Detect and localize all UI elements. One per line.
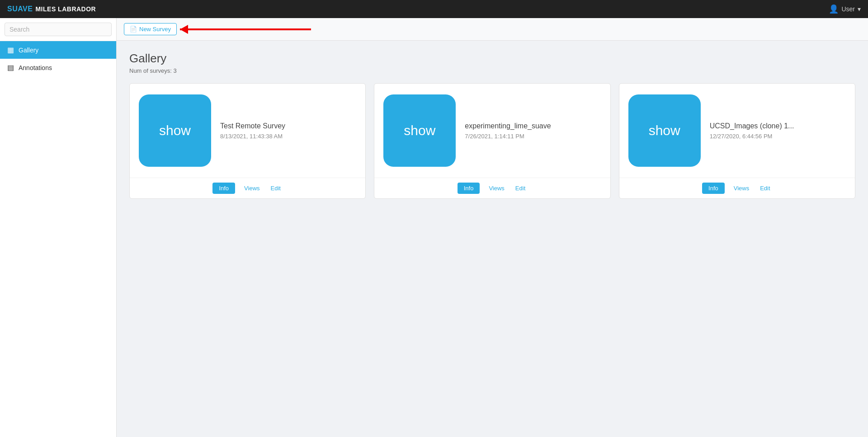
gallery-area: Gallery Num of surveys: 3 show Test Remo…: [117, 41, 868, 437]
sidebar: ▦ Gallery ▤ Annotations: [0, 18, 117, 437]
survey-card-3: show UCSD_Images (clone) 1... 12/27/2020…: [619, 83, 855, 199]
arrow-annotation: 📄 New Survey: [124, 23, 311, 35]
info-button-3[interactable]: Info: [702, 183, 725, 194]
show-thumb-2[interactable]: show: [383, 94, 456, 167]
sidebar-item-gallery[interactable]: ▦ Gallery: [0, 41, 116, 59]
brand-rest: MILES LABRADOR: [35, 5, 96, 13]
survey-name-1: Test Remote Survey: [220, 122, 285, 130]
gallery-icon: ▦: [7, 46, 14, 54]
sidebar-item-annotations[interactable]: ▤ Annotations: [0, 59, 116, 76]
cards-grid: show Test Remote Survey 8/13/2021, 11:43…: [129, 83, 855, 199]
gallery-title: Gallery: [129, 52, 855, 66]
edit-button-1[interactable]: Edit: [269, 183, 283, 194]
user-menu[interactable]: 👤 User ▾: [829, 4, 861, 14]
layout: ▦ Gallery ▤ Annotations 📄 New Survey: [0, 18, 868, 437]
search-container: [0, 18, 116, 41]
card-footer-2: Info Views Edit: [374, 178, 610, 198]
survey-date-1: 8/13/2021, 11:43:38 AM: [220, 133, 285, 140]
survey-card-1: show Test Remote Survey 8/13/2021, 11:43…: [129, 83, 366, 199]
user-dropdown-icon: ▾: [858, 5, 861, 13]
sidebar-item-annotations-label: Annotations: [19, 64, 52, 71]
navbar: SUAVE MILES LABRADOR 👤 User ▾: [0, 0, 868, 18]
views-button-2[interactable]: Views: [487, 183, 506, 194]
survey-card-2: show experimenting_lime_suave 7/26/2021,…: [374, 83, 610, 199]
toolbar: 📄 New Survey: [117, 18, 868, 41]
card-info-1: Test Remote Survey 8/13/2021, 11:43:38 A…: [220, 122, 285, 140]
search-input[interactable]: [5, 23, 112, 36]
show-label-1: show: [159, 123, 191, 138]
red-arrow-annotation: [180, 25, 311, 34]
info-button-2[interactable]: Info: [458, 183, 480, 194]
card-body-1: show Test Remote Survey 8/13/2021, 11:43…: [130, 84, 365, 178]
views-button-1[interactable]: Views: [242, 183, 261, 194]
show-label-3: show: [649, 123, 680, 138]
edit-button-2[interactable]: Edit: [514, 183, 527, 194]
user-label: User: [841, 5, 855, 13]
survey-date-2: 7/26/2021, 1:14:11 PM: [465, 133, 551, 140]
main-content: 📄 New Survey Gallery Num of surveys: 3 s: [117, 18, 868, 437]
brand-suave: SUAVE: [7, 5, 33, 13]
info-button-1[interactable]: Info: [212, 183, 235, 194]
card-body-2: show experimenting_lime_suave 7/26/2021,…: [374, 84, 610, 178]
gallery-subtitle: Num of surveys: 3: [129, 67, 855, 74]
views-button-3[interactable]: Views: [732, 183, 751, 194]
edit-button-3[interactable]: Edit: [758, 183, 772, 194]
card-info-3: UCSD_Images (clone) 1... 12/27/2020, 6:4…: [710, 122, 794, 140]
show-thumb-3[interactable]: show: [628, 94, 701, 167]
sidebar-item-gallery-label: Gallery: [19, 47, 38, 54]
card-footer-1: Info Views Edit: [130, 178, 365, 198]
user-icon: 👤: [829, 4, 839, 14]
arrow-line: [180, 28, 311, 30]
card-info-2: experimenting_lime_suave 7/26/2021, 1:14…: [465, 122, 551, 140]
card-body-3: show UCSD_Images (clone) 1... 12/27/2020…: [619, 84, 855, 178]
survey-date-3: 12/27/2020, 6:44:56 PM: [710, 133, 794, 140]
new-survey-label: New Survey: [139, 26, 171, 33]
brand: SUAVE MILES LABRADOR: [7, 5, 96, 13]
survey-name-2: experimenting_lime_suave: [465, 122, 551, 130]
new-survey-button[interactable]: 📄 New Survey: [124, 23, 177, 35]
show-label-2: show: [404, 123, 435, 138]
new-survey-icon: 📄: [130, 26, 137, 33]
card-footer-3: Info Views Edit: [619, 178, 855, 198]
survey-name-3: UCSD_Images (clone) 1...: [710, 122, 794, 130]
annotations-icon: ▤: [7, 63, 14, 72]
show-thumb-1[interactable]: show: [139, 94, 211, 167]
